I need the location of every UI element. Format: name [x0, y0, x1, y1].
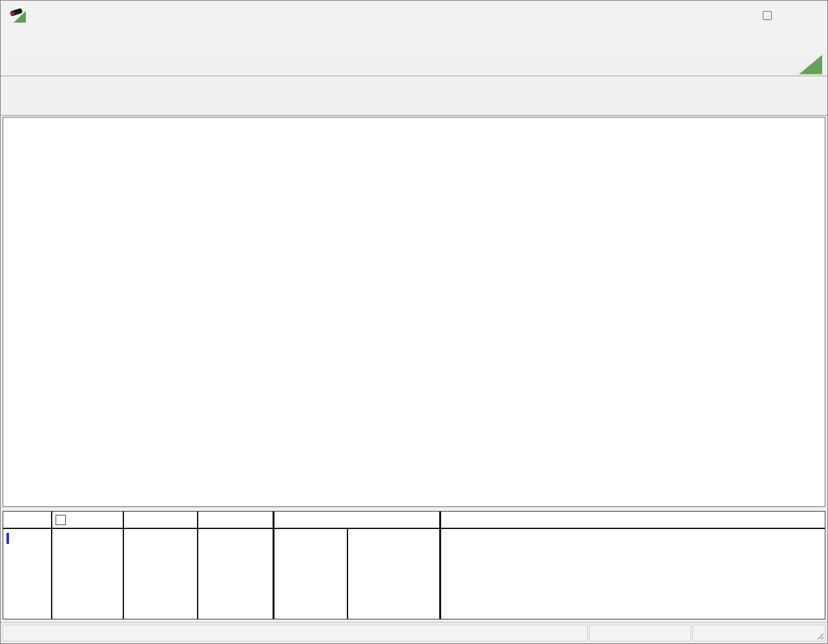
channel-color-marker	[6, 533, 9, 544]
status-panel	[1, 76, 827, 116]
window-controls	[707, 1, 827, 30]
toolbar	[1, 52, 827, 76]
app-logo-icon	[9, 7, 27, 24]
channel-visibility-checkbox[interactable]	[56, 515, 66, 525]
maximize-icon	[763, 11, 772, 20]
maximize-button[interactable]	[747, 1, 787, 30]
cell-cursor-value	[275, 532, 346, 545]
cell-avr	[125, 532, 196, 545]
table-header-rule	[3, 528, 825, 529]
brand-triangle-icon	[799, 55, 822, 74]
chart-panel	[3, 117, 825, 507]
power-chart[interactable]	[3, 118, 826, 506]
metrawin-window	[0, 0, 828, 644]
measurement-table	[3, 511, 825, 619]
col-header-avr	[125, 514, 196, 527]
cell-max	[199, 532, 272, 545]
status-bar	[1, 622, 827, 643]
statusbar-device-section	[692, 625, 825, 641]
minimize-button[interactable]	[707, 1, 747, 30]
cell-min	[54, 532, 122, 545]
statusbar-message-section	[3, 625, 588, 641]
col-header-max	[199, 514, 272, 527]
titlebar	[1, 1, 827, 30]
close-button[interactable]	[787, 1, 827, 30]
cell-cursor-live	[349, 532, 439, 545]
menu-bar	[1, 30, 827, 52]
table-divider	[347, 528, 348, 619]
statusbar-info-section	[589, 625, 691, 641]
resize-grip[interactable]	[814, 630, 824, 640]
col-header-min	[65, 514, 122, 527]
